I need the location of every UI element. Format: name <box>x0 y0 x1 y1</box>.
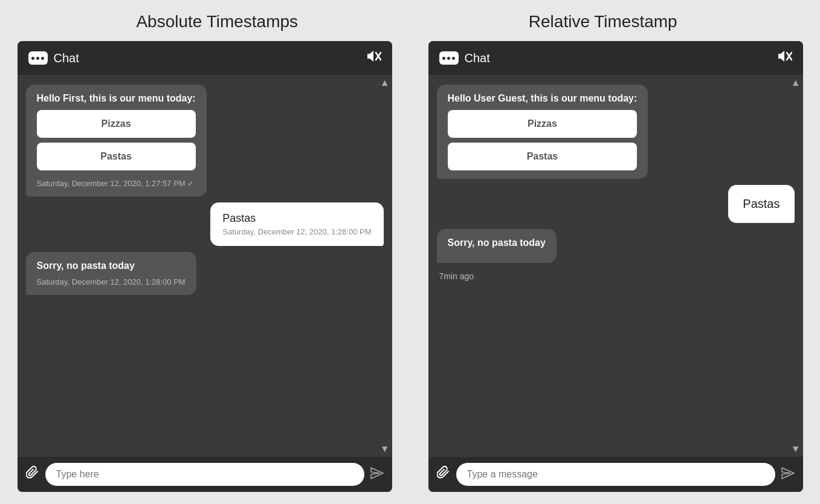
right-chat-messages: ▲ Hello User Guest, this is our menu tod… <box>428 75 803 457</box>
left-user-timestamp: Saturday, December 12, 2020, 1:28:00 PM <box>222 227 371 236</box>
right-pizzas-button[interactable]: Pizzas <box>448 110 638 138</box>
right-chat-header: Chat <box>428 41 803 75</box>
right-section-title: Relative Timestamp <box>410 12 796 31</box>
right-user-text: Pastas <box>743 197 780 211</box>
left-mute-icon[interactable] <box>366 50 381 66</box>
left-chat-title: Chat <box>54 51 79 65</box>
right-chat-title: Chat <box>465 51 490 65</box>
right-send-icon[interactable] <box>781 467 795 482</box>
left-header-left: Chat <box>28 51 79 65</box>
left-scroll-up[interactable]: ▲ <box>380 77 390 88</box>
right-relative-timestamp: 7min ago <box>437 271 795 281</box>
left-scroll-down[interactable]: ▼ <box>380 444 390 454</box>
right-bot-response-bubble: Sorry, no pasta today <box>437 229 557 263</box>
left-bot-response-text: Sorry, no pasta today <box>37 260 186 271</box>
right-header-left: Chat <box>439 51 490 65</box>
right-user-bubble: Pastas <box>728 185 794 223</box>
left-bot-menu-bubble: Hello First, this is our menu today: Piz… <box>26 85 207 196</box>
left-section-title: Absolute Timestamps <box>24 12 410 31</box>
right-bot-response-text: Sorry, no pasta today <box>448 237 546 248</box>
left-bot-menu-timestamp: Saturday, December 12, 2020, 1:27:57 PM … <box>37 179 196 188</box>
left-bot-response-timestamp: Saturday, December 12, 2020, 1:28:00 PM <box>37 277 186 286</box>
left-user-text: Pastas <box>222 212 371 225</box>
left-chat-input-area <box>18 457 392 492</box>
left-chat-input[interactable] <box>45 463 364 486</box>
left-bot-menu-text: Hello First, this is our menu today: <box>37 93 196 104</box>
right-chat-panel: Chat ▲ Hello User Guest, this is our men… <box>428 41 803 492</box>
right-scroll-up[interactable]: ▲ <box>791 77 801 88</box>
right-mute-icon[interactable] <box>776 50 792 66</box>
right-pastas-button[interactable]: Pastas <box>448 143 638 170</box>
right-chat-input[interactable] <box>456 463 775 486</box>
left-chat-bubble-icon <box>28 51 48 65</box>
right-bot-menu-bubble: Hello User Guest, this is our menu today… <box>437 85 648 179</box>
left-pizzas-button[interactable]: Pizzas <box>37 110 196 138</box>
left-chat-header: Chat <box>18 41 392 75</box>
left-user-bubble: Pastas Saturday, December 12, 2020, 1:28… <box>210 202 383 246</box>
left-chat-messages: ▲ Hello First, this is our menu today: P… <box>18 75 392 457</box>
left-attach-icon[interactable] <box>26 465 39 483</box>
left-bot-response-bubble: Sorry, no pasta today Saturday, December… <box>26 252 196 295</box>
right-attach-icon[interactable] <box>437 465 450 483</box>
left-send-icon[interactable] <box>370 467 384 482</box>
right-scroll-down[interactable]: ▼ <box>791 444 801 454</box>
left-chat-panel: Chat ▲ Hello First, this is our menu tod… <box>18 41 392 492</box>
right-bot-menu-text: Hello User Guest, this is our menu today… <box>448 93 638 104</box>
right-chat-bubble-icon <box>439 51 459 65</box>
right-chat-input-area <box>428 457 803 492</box>
left-pastas-button[interactable]: Pastas <box>37 143 196 170</box>
